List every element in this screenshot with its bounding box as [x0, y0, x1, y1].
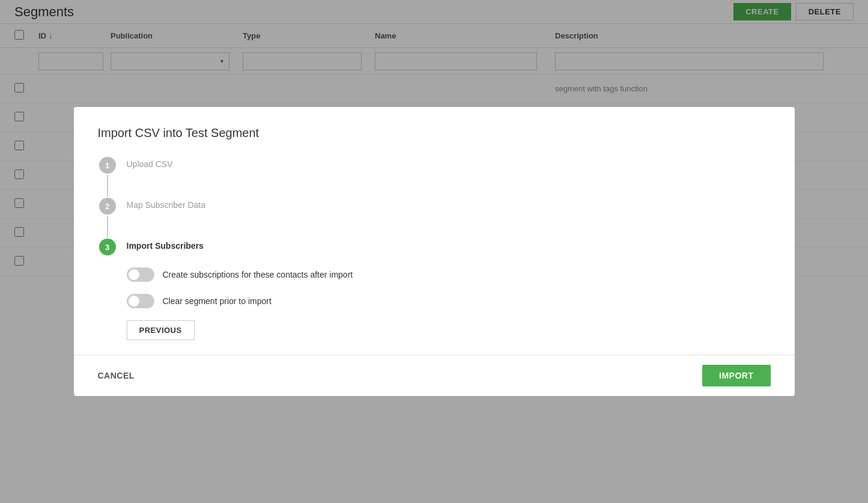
- step-2-connector: 2: [98, 198, 117, 239]
- modal-inner-actions: PREVIOUS: [127, 320, 771, 340]
- step-1-label: Upload CSV: [127, 157, 173, 169]
- steps-container: 1 Upload CSV 2: [98, 157, 771, 255]
- background-page: Segments CREATE DELETE ID ↓ Publication …: [0, 0, 868, 503]
- step-3-row: 3 Import Subscribers: [98, 239, 771, 255]
- step-3-connector: 3: [98, 239, 117, 255]
- step-3-content: Create subscriptions for these contacts …: [127, 267, 771, 340]
- step-1-connector: 1: [98, 157, 117, 198]
- import-csv-modal: Import CSV into Test Segment 1 Upload CS…: [74, 107, 795, 396]
- step-3-circle: 3: [99, 239, 116, 255]
- previous-button[interactable]: PREVIOUS: [127, 320, 195, 340]
- modal-body: Import CSV into Test Segment 1 Upload CS…: [74, 107, 795, 355]
- toggle-subscriptions-label: Create subscriptions for these contacts …: [163, 270, 353, 279]
- toggle-slider-1[interactable]: [127, 267, 154, 282]
- step-3-label: Import Subscribers: [127, 239, 204, 251]
- step-2-row: 2 Map Subscriber Data: [98, 198, 771, 239]
- toggle-clear-segment-label: Clear segment prior to import: [163, 296, 272, 306]
- import-button[interactable]: IMPORT: [702, 365, 770, 386]
- toggle-row-2: Clear segment prior to import: [127, 294, 771, 308]
- cancel-button[interactable]: CANCEL: [98, 371, 135, 380]
- modal-title: Import CSV into Test Segment: [98, 126, 771, 140]
- toggle-slider-2[interactable]: [127, 294, 154, 308]
- toggle-clear-segment[interactable]: [127, 294, 154, 308]
- step-line-1: [107, 175, 108, 197]
- modal-footer: CANCEL IMPORT: [74, 355, 795, 396]
- toggle-row-1: Create subscriptions for these contacts …: [127, 267, 771, 282]
- step-2-circle: 2: [99, 198, 116, 215]
- step-2-label: Map Subscriber Data: [127, 198, 206, 210]
- toggle-subscriptions[interactable]: [127, 267, 154, 282]
- modal-overlay: Import CSV into Test Segment 1 Upload CS…: [0, 0, 868, 503]
- step-1-row: 1 Upload CSV: [98, 157, 771, 198]
- step-line-2: [107, 216, 108, 237]
- step-1-circle: 1: [99, 157, 116, 174]
